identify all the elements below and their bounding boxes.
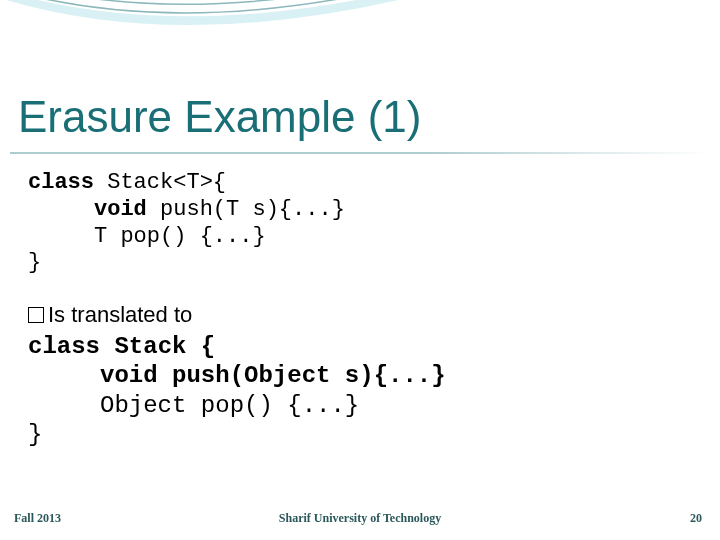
keyword-void: void — [28, 197, 147, 222]
keyword-class: class — [28, 333, 100, 360]
slide: Erasure Example (1) class Stack<T>{ void… — [0, 0, 720, 540]
keyword-class: class — [28, 170, 94, 195]
code-block-before: class Stack<T>{ void push(T s){...} T po… — [28, 170, 345, 277]
footer-affiliation: Sharif University of Technology — [0, 511, 720, 526]
code-text: Stack<T>{ — [94, 170, 226, 195]
title-underline — [10, 152, 710, 154]
code-text: Object pop() {...} — [28, 392, 359, 419]
code-text: Stack { — [100, 333, 215, 360]
code-text: } — [28, 250, 41, 275]
slide-number: 20 — [690, 511, 702, 526]
keyword-void: void — [28, 362, 158, 389]
bullet-box-icon — [28, 307, 44, 323]
slide-title: Erasure Example (1) — [18, 92, 421, 142]
code-text: push(Object s){...} — [158, 362, 446, 389]
code-text: } — [28, 421, 42, 448]
code-text: T pop() {...} — [28, 224, 266, 249]
translated-label: Is translated to — [48, 302, 192, 327]
code-text: push(T s){...} — [147, 197, 345, 222]
translated-line: Is translated to — [28, 302, 192, 328]
code-block-after: class Stack { void push(Object s){...} O… — [28, 332, 446, 449]
